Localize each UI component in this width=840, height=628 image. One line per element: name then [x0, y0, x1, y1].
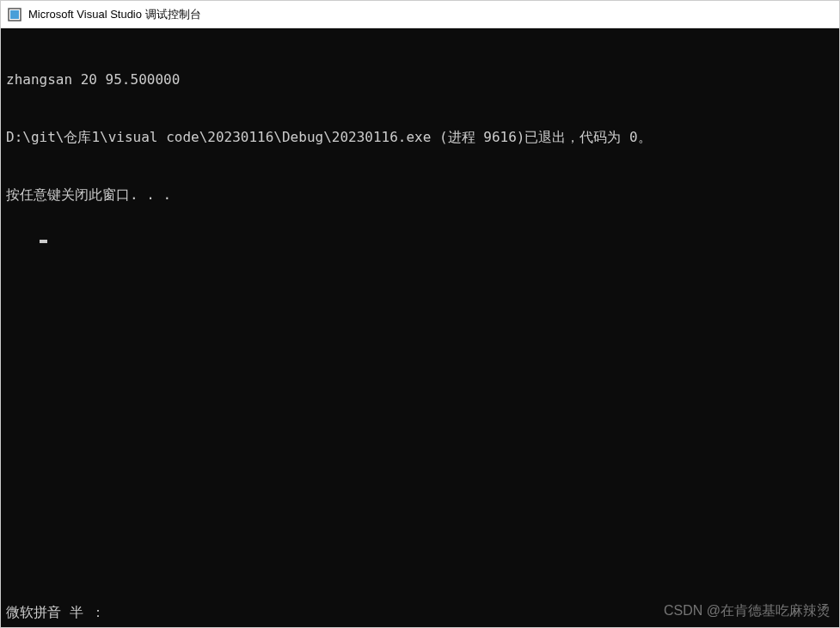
watermark: CSDN @在肯德基吃麻辣烫	[664, 601, 831, 620]
text-cursor	[40, 240, 47, 243]
titlebar[interactable]: Microsoft Visual Studio 调试控制台	[1, 1, 839, 28]
app-icon	[8, 8, 21, 21]
ime-status: 微软拼音 半 ：	[6, 603, 105, 622]
output-line: zhangsan 20 95.500000	[6, 70, 834, 89]
console-window: Microsoft Visual Studio 调试控制台 zhangsan 2…	[0, 0, 840, 628]
output-line: D:\git\仓库1\visual code\20230116\Debug\20…	[6, 128, 834, 147]
console-output[interactable]: zhangsan 20 95.500000 D:\git\仓库1\visual …	[1, 28, 839, 627]
svg-rect-1	[10, 10, 19, 19]
window-title: Microsoft Visual Studio 调试控制台	[28, 7, 201, 22]
output-line: 按任意键关闭此窗口. . .	[6, 186, 834, 204]
